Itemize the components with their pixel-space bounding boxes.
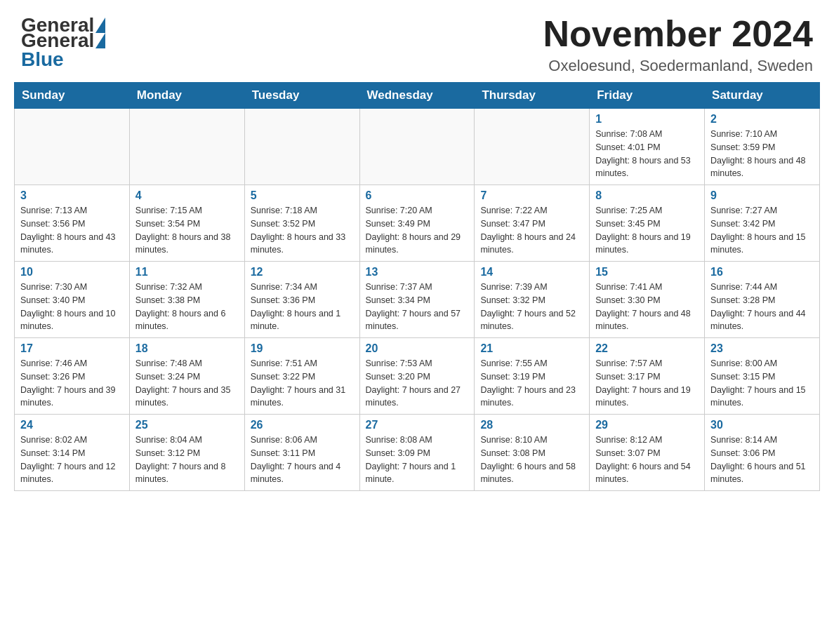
day-number: 11: [135, 266, 239, 279]
day-number: 19: [251, 342, 354, 355]
calendar-cell: 10Sunrise: 7:30 AMSunset: 3:40 PMDayligh…: [15, 262, 130, 338]
day-detail: Sunrise: 7:08 AMSunset: 4:01 PMDaylight:…: [595, 128, 699, 180]
calendar-cell: 17Sunrise: 7:46 AMSunset: 3:26 PMDayligh…: [15, 338, 130, 415]
week-row-3: 17Sunrise: 7:46 AMSunset: 3:26 PMDayligh…: [15, 338, 820, 415]
day-detail: Sunrise: 8:02 AMSunset: 3:14 PMDaylight:…: [20, 434, 124, 486]
day-number: 2: [710, 113, 814, 126]
day-number: 21: [480, 342, 583, 355]
day-detail: Sunrise: 7:22 AMSunset: 3:47 PMDaylight:…: [480, 204, 583, 257]
calendar-cell: [359, 109, 475, 185]
title-block: November 2024 Oxeloesund, Soedermanland,…: [543, 14, 813, 75]
day-detail: Sunrise: 7:51 AMSunset: 3:22 PMDaylight:…: [251, 357, 354, 410]
logo-triangle-icon2: [95, 33, 105, 48]
day-detail: Sunrise: 7:27 AMSunset: 3:42 PMDaylight:…: [710, 204, 814, 257]
calendar-cell: 21Sunrise: 7:55 AMSunset: 3:19 PMDayligh…: [475, 338, 590, 415]
col-wednesday: Wednesday: [359, 83, 475, 109]
calendar-cell: 24Sunrise: 8:02 AMSunset: 3:14 PMDayligh…: [15, 415, 130, 491]
calendar-cell: 27Sunrise: 8:08 AMSunset: 3:09 PMDayligh…: [359, 415, 475, 491]
day-number: 3: [20, 189, 124, 202]
day-detail: Sunrise: 8:08 AMSunset: 3:09 PMDaylight:…: [366, 434, 469, 486]
day-number: 24: [20, 419, 124, 431]
day-number: 4: [135, 189, 239, 202]
day-detail: Sunrise: 7:55 AMSunset: 3:19 PMDaylight:…: [480, 357, 583, 410]
day-detail: Sunrise: 7:13 AMSunset: 3:56 PMDaylight:…: [20, 204, 124, 257]
day-number: 8: [595, 189, 699, 202]
day-detail: Sunrise: 7:57 AMSunset: 3:17 PMDaylight:…: [595, 357, 699, 410]
day-detail: Sunrise: 7:32 AMSunset: 3:38 PMDaylight:…: [135, 281, 239, 333]
day-detail: Sunrise: 7:10 AMSunset: 3:59 PMDaylight:…: [710, 128, 814, 180]
day-number: 14: [480, 266, 583, 279]
calendar-cell: [15, 109, 130, 185]
calendar-cell: 11Sunrise: 7:32 AMSunset: 3:38 PMDayligh…: [129, 262, 244, 338]
day-number: 27: [366, 419, 469, 431]
day-number: 9: [710, 189, 814, 202]
day-number: 23: [710, 342, 814, 355]
logo: General General Blue: [21, 14, 107, 71]
location: Oxeloesund, Soedermanland, Sweden: [543, 57, 813, 75]
day-detail: Sunrise: 7:34 AMSunset: 3:36 PMDaylight:…: [251, 281, 354, 333]
calendar-cell: [244, 109, 359, 185]
calendar-cell: 7Sunrise: 7:22 AMSunset: 3:47 PMDaylight…: [475, 185, 590, 262]
day-detail: Sunrise: 8:06 AMSunset: 3:11 PMDaylight:…: [251, 434, 354, 486]
day-number: 18: [135, 342, 239, 355]
calendar-body: 1Sunrise: 7:08 AMSunset: 4:01 PMDaylight…: [15, 109, 820, 491]
week-row-2: 10Sunrise: 7:30 AMSunset: 3:40 PMDayligh…: [15, 262, 820, 338]
day-detail: Sunrise: 7:41 AMSunset: 3:30 PMDaylight:…: [595, 281, 699, 333]
col-saturday: Saturday: [705, 83, 820, 109]
calendar-cell: 25Sunrise: 8:04 AMSunset: 3:12 PMDayligh…: [129, 415, 244, 491]
day-detail: Sunrise: 7:25 AMSunset: 3:45 PMDaylight:…: [595, 204, 699, 257]
calendar-wrapper: Sunday Monday Tuesday Wednesday Thursday…: [0, 82, 834, 505]
day-number: 13: [366, 266, 469, 279]
calendar-cell: 30Sunrise: 8:14 AMSunset: 3:06 PMDayligh…: [705, 415, 820, 491]
day-detail: Sunrise: 7:46 AMSunset: 3:26 PMDaylight:…: [20, 357, 124, 410]
calendar-cell: 23Sunrise: 8:00 AMSunset: 3:15 PMDayligh…: [705, 338, 820, 415]
calendar-header: Sunday Monday Tuesday Wednesday Thursday…: [15, 83, 820, 109]
day-detail: Sunrise: 7:39 AMSunset: 3:32 PMDaylight:…: [480, 281, 583, 333]
calendar-cell: 20Sunrise: 7:53 AMSunset: 3:20 PMDayligh…: [359, 338, 475, 415]
calendar-cell: 2Sunrise: 7:10 AMSunset: 3:59 PMDaylight…: [705, 109, 820, 185]
week-row-1: 3Sunrise: 7:13 AMSunset: 3:56 PMDaylight…: [15, 185, 820, 262]
day-detail: Sunrise: 7:30 AMSunset: 3:40 PMDaylight:…: [20, 281, 124, 333]
day-number: 12: [251, 266, 354, 279]
calendar-cell: 18Sunrise: 7:48 AMSunset: 3:24 PMDayligh…: [129, 338, 244, 415]
day-detail: Sunrise: 8:04 AMSunset: 3:12 PMDaylight:…: [135, 434, 239, 486]
day-number: 30: [710, 419, 814, 431]
day-number: 16: [710, 266, 814, 279]
calendar-cell: [129, 109, 244, 185]
day-number: 28: [480, 419, 583, 431]
week-row-4: 24Sunrise: 8:02 AMSunset: 3:14 PMDayligh…: [15, 415, 820, 491]
day-number: 25: [135, 419, 239, 431]
calendar-cell: 6Sunrise: 7:20 AMSunset: 3:49 PMDaylight…: [359, 185, 475, 262]
day-number: 5: [251, 189, 354, 202]
header-row: Sunday Monday Tuesday Wednesday Thursday…: [15, 83, 820, 109]
calendar-cell: 28Sunrise: 8:10 AMSunset: 3:08 PMDayligh…: [475, 415, 590, 491]
calendar-cell: 16Sunrise: 7:44 AMSunset: 3:28 PMDayligh…: [705, 262, 820, 338]
day-number: 20: [366, 342, 469, 355]
calendar-cell: 12Sunrise: 7:34 AMSunset: 3:36 PMDayligh…: [244, 262, 359, 338]
page-header: General General Blue November 2024 Oxelo…: [0, 0, 834, 82]
day-detail: Sunrise: 7:20 AMSunset: 3:49 PMDaylight:…: [366, 204, 469, 257]
week-row-0: 1Sunrise: 7:08 AMSunset: 4:01 PMDaylight…: [15, 109, 820, 185]
day-number: 1: [595, 113, 699, 126]
calendar-cell: 14Sunrise: 7:39 AMSunset: 3:32 PMDayligh…: [475, 262, 590, 338]
day-number: 6: [366, 189, 469, 202]
day-number: 10: [20, 266, 124, 279]
day-number: 15: [595, 266, 699, 279]
month-title: November 2024: [543, 14, 813, 54]
calendar-cell: 8Sunrise: 7:25 AMSunset: 3:45 PMDaylight…: [590, 185, 705, 262]
day-number: 7: [480, 189, 583, 202]
day-number: 22: [595, 342, 699, 355]
calendar-cell: 5Sunrise: 7:18 AMSunset: 3:52 PMDaylight…: [244, 185, 359, 262]
day-number: 17: [20, 342, 124, 355]
calendar-cell: [475, 109, 590, 185]
calendar-cell: 29Sunrise: 8:12 AMSunset: 3:07 PMDayligh…: [590, 415, 705, 491]
day-detail: Sunrise: 7:44 AMSunset: 3:28 PMDaylight:…: [710, 281, 814, 333]
day-detail: Sunrise: 8:12 AMSunset: 3:07 PMDaylight:…: [595, 434, 699, 486]
day-detail: Sunrise: 8:14 AMSunset: 3:06 PMDaylight:…: [710, 434, 814, 486]
col-tuesday: Tuesday: [244, 83, 359, 109]
calendar-cell: 3Sunrise: 7:13 AMSunset: 3:56 PMDaylight…: [15, 185, 130, 262]
col-monday: Monday: [129, 83, 244, 109]
day-detail: Sunrise: 7:48 AMSunset: 3:24 PMDaylight:…: [135, 357, 239, 410]
day-detail: Sunrise: 8:10 AMSunset: 3:08 PMDaylight:…: [480, 434, 583, 486]
col-friday: Friday: [590, 83, 705, 109]
